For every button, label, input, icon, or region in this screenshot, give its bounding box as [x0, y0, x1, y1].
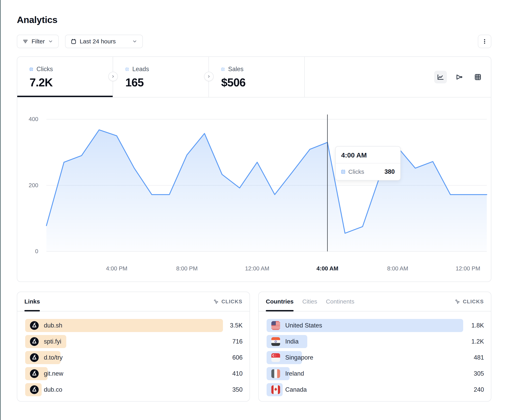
- chevron-down-icon: [132, 39, 137, 44]
- sales-legend-icon: [221, 68, 224, 71]
- item-label: git.new: [44, 370, 63, 377]
- tooltip-series-label: Clicks: [348, 168, 364, 175]
- countries-panel: Countries Cities Continents: [258, 292, 491, 402]
- india-flag-icon: [271, 337, 280, 346]
- countries-list: United States 1.8K India 1.2K Singapore …: [259, 311, 491, 396]
- clicks-legend-icon: [30, 68, 33, 71]
- ireland-flag-icon: [271, 369, 280, 378]
- page-title: Analytics: [17, 14, 491, 25]
- x-axis-tick: 4:00 AM: [312, 265, 343, 272]
- y-axis-tick: 400: [18, 116, 38, 123]
- item-value: 481: [474, 354, 484, 361]
- dub-logo-icon: [30, 353, 39, 362]
- countries-panel-header: Countries Cities Continents: [259, 292, 491, 311]
- stat-value: $506: [221, 76, 304, 89]
- tab-links[interactable]: Links: [24, 292, 40, 311]
- analytics-chart-card: Clicks 7.2K Leads 165 Sales $506: [17, 57, 491, 282]
- dub-logo-icon: [30, 369, 39, 378]
- tab-clicks[interactable]: Clicks 7.2K: [17, 57, 113, 97]
- item-value: 1.2K: [471, 338, 484, 345]
- tab-continents[interactable]: Continents: [326, 292, 354, 311]
- tab-countries[interactable]: Countries: [266, 292, 294, 311]
- tooltip-value: 380: [384, 168, 395, 175]
- filter-label: Filter: [31, 38, 45, 45]
- analytics-page: Analytics Filter Last 24 hours: [17, 0, 491, 402]
- cursor-click-icon: [213, 298, 219, 304]
- tab-continents-label: Continents: [326, 298, 354, 305]
- item-label: dub.co: [44, 386, 62, 393]
- line-chart-view-button[interactable]: [434, 71, 447, 83]
- tab-sales[interactable]: Sales $506: [209, 57, 305, 97]
- toolbar: Filter Last 24 hours: [17, 35, 491, 48]
- country-row[interactable]: United States 1.8K: [267, 319, 484, 332]
- calendar-icon: [71, 38, 77, 44]
- countries-metric-toggle[interactable]: CLICKS: [455, 298, 484, 305]
- filter-button[interactable]: Filter: [17, 35, 59, 48]
- chart-type-switcher: [434, 71, 484, 83]
- more-options-button[interactable]: [478, 35, 491, 48]
- item-label: United States: [285, 322, 322, 329]
- item-value: 1.8K: [471, 322, 484, 329]
- dub-logo-icon: [30, 337, 39, 346]
- clicks-legend-icon: [341, 170, 345, 174]
- date-range-button[interactable]: Last 24 hours: [65, 35, 143, 48]
- date-range-label: Last 24 hours: [80, 38, 116, 45]
- funnel-chart-icon: [455, 73, 463, 81]
- item-value: 716: [232, 338, 243, 345]
- us-flag-icon: [271, 321, 280, 330]
- item-value: 410: [232, 370, 243, 377]
- x-axis-tick: 8:00 AM: [382, 265, 414, 272]
- item-label: dub.sh: [44, 322, 62, 329]
- x-axis-tick: 8:00 PM: [171, 265, 203, 272]
- dub-logo-icon: [30, 321, 39, 330]
- country-row[interactable]: Singapore 481: [267, 351, 484, 364]
- country-row[interactable]: India 1.2K: [267, 335, 484, 348]
- link-row[interactable]: spti.fyi 716: [25, 335, 243, 348]
- breakdown-panels: Links CLICKS dub: [17, 292, 491, 402]
- link-row[interactable]: dub.sh 3.5K: [25, 319, 243, 332]
- x-axis-tick: 12:00 AM: [241, 265, 273, 272]
- expand-clicks-button[interactable]: [108, 72, 118, 81]
- y-axis-tick: 0: [18, 248, 38, 254]
- item-label: Canada: [285, 386, 307, 393]
- link-row[interactable]: dub.co 350: [25, 383, 243, 396]
- links-metric-toggle[interactable]: CLICKS: [213, 298, 242, 305]
- country-row[interactable]: Ireland 305: [267, 367, 484, 380]
- item-label: d.to/try: [44, 354, 63, 361]
- clicks-area-chart[interactable]: [46, 105, 487, 251]
- tab-leads[interactable]: Leads 165: [113, 57, 209, 97]
- x-axis-tick: 4:00 PM: [101, 265, 133, 272]
- stat-tabs: Clicks 7.2K Leads 165 Sales $506: [17, 57, 491, 97]
- links-metric-label: CLICKS: [221, 298, 242, 305]
- filter-icon: [22, 38, 28, 44]
- links-panel: Links CLICKS dub: [17, 292, 250, 402]
- table-view-button[interactable]: [471, 71, 484, 83]
- expand-leads-button[interactable]: [204, 72, 214, 81]
- tab-cities[interactable]: Cities: [302, 292, 317, 311]
- singapore-flag-icon: [271, 353, 280, 362]
- item-value: 240: [474, 386, 484, 393]
- stat-label: Clicks: [37, 65, 53, 73]
- countries-metric-label: CLICKS: [463, 298, 484, 305]
- item-label: Ireland: [285, 370, 304, 377]
- links-list: dub.sh 3.5K spti.fyi 716 d.to/try 606: [17, 311, 250, 396]
- page-edge-accent: [0, 0, 0, 420]
- chevron-down-icon: [48, 39, 53, 44]
- tab-links-label: Links: [24, 298, 40, 305]
- kebab-menu-icon: [482, 38, 488, 44]
- link-row[interactable]: git.new 410: [25, 367, 243, 380]
- item-label: spti.fyi: [44, 338, 61, 345]
- chart-tooltip: 4:00 AM Clicks 380: [335, 146, 401, 181]
- item-value: 350: [232, 386, 243, 393]
- links-panel-header: Links CLICKS: [17, 292, 250, 311]
- grid-table-icon: [474, 73, 482, 81]
- tooltip-time: 4:00 AM: [336, 147, 400, 163]
- funnel-view-button[interactable]: [453, 71, 466, 83]
- item-value: 305: [474, 370, 484, 377]
- item-label: India: [285, 338, 299, 345]
- country-row[interactable]: Canada 240: [267, 383, 484, 396]
- canada-flag-icon: [271, 385, 280, 394]
- link-row[interactable]: d.to/try 606: [25, 351, 243, 364]
- tab-countries-label: Countries: [266, 298, 294, 305]
- tab-cities-label: Cities: [302, 298, 317, 305]
